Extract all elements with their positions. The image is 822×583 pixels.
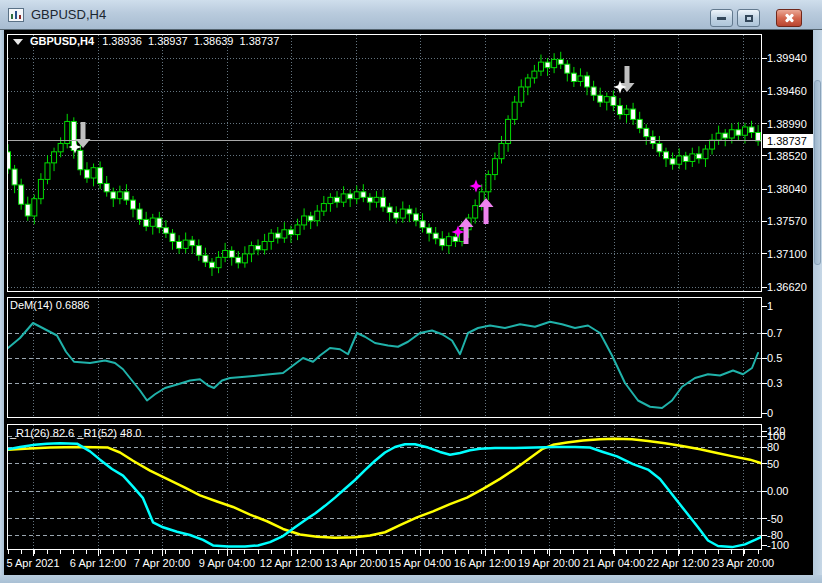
r1-axis-label: 80 (767, 441, 779, 453)
candle-body (729, 130, 734, 138)
candle-body (229, 250, 234, 257)
candle-body (117, 192, 122, 199)
candle-body (249, 246, 254, 254)
dem-line (8, 322, 758, 408)
time-axis-label: 22 Apr 12:00 (647, 557, 709, 569)
r1-axis-label: -50 (767, 513, 783, 525)
current-price-tag: 1.38737 (763, 134, 813, 148)
buy-star-signal[interactable] (470, 180, 483, 193)
candle-body (631, 109, 636, 119)
candle-body (742, 127, 747, 135)
candle-body (657, 144, 662, 152)
candle-body (58, 144, 63, 152)
candle-body (506, 119, 511, 143)
candle-body (677, 156, 682, 164)
candle-body (598, 95, 603, 102)
candle-body (664, 152, 669, 159)
candle-body (683, 156, 688, 162)
window-border-bottom (0, 575, 822, 583)
dem-axis-label: 1 (767, 300, 773, 312)
dem-axis-label: 0.7 (767, 327, 782, 339)
candle-body (209, 262, 214, 268)
candle-body (552, 59, 557, 67)
candle-body (282, 230, 287, 238)
dem-axis-label: 0 (767, 407, 773, 419)
price-axis-label: 1.38520 (767, 150, 807, 162)
candle-body (367, 197, 372, 202)
time-axis-label: 5 Apr 2021 (6, 557, 59, 569)
candle-body (420, 221, 425, 228)
candle-body (624, 109, 629, 115)
dem-axis-label: 0.5 (767, 352, 782, 364)
candle-body (440, 239, 445, 246)
candle-body (236, 257, 241, 263)
r1-axis-label: 50 (767, 458, 779, 470)
vertical-scrollbar-thumb[interactable] (814, 80, 821, 265)
candle-body (749, 127, 754, 133)
candle-body (177, 241, 182, 248)
candle-body (690, 154, 695, 162)
candle-body (6, 152, 11, 169)
ohlc-header: GBPUSD,H41.389361.389371.386391.38737 (13, 35, 285, 47)
sell-arrow-signal[interactable] (76, 122, 91, 148)
candle-body (565, 64, 570, 73)
candle-body (703, 149, 708, 159)
dem-axis-label: 0.3 (767, 377, 782, 389)
candle-body (354, 192, 359, 199)
candle-body (170, 233, 175, 241)
candle-body (52, 152, 57, 163)
candle-body (104, 184, 109, 192)
candle-body (400, 209, 405, 218)
candle-body (131, 200, 136, 209)
candle-body (288, 230, 293, 235)
candle-body (538, 62, 543, 71)
candle-body (341, 194, 346, 202)
candle-body (617, 106, 622, 115)
candle-body (223, 250, 228, 257)
candle-body (163, 228, 168, 234)
time-axis-label: 13 Apr 20:00 (325, 557, 387, 569)
candle-body (670, 159, 675, 165)
window-border-left (0, 30, 4, 575)
candle-body (275, 233, 280, 238)
symbol-dropdown-icon[interactable] (13, 39, 23, 45)
candle-body (65, 121, 70, 143)
candle-body (736, 130, 741, 136)
candle-body (308, 216, 313, 221)
chart-canvas[interactable]: 1.399401.394601.389901.385201.380401.375… (0, 0, 822, 583)
candle-body (585, 76, 590, 87)
candle-body (512, 102, 517, 119)
candle-body (473, 206, 478, 218)
r1-panel-frame (8, 425, 762, 550)
time-axis-label: 21 Apr 04:00 (583, 557, 645, 569)
candle-body (578, 76, 583, 82)
candle-body (387, 207, 392, 213)
candle-body (190, 240, 195, 246)
candle-body (446, 237, 451, 246)
candle-body (328, 197, 333, 203)
candle-body (499, 144, 504, 159)
candle-body (604, 97, 609, 103)
candle-body (262, 241, 267, 249)
candle-body (637, 119, 642, 128)
candle-body (335, 197, 340, 202)
candle-body (348, 194, 353, 199)
candle-body (111, 192, 116, 199)
candle-body (407, 209, 412, 214)
candle-body (374, 197, 379, 202)
candle-body (321, 204, 326, 212)
time-axis-label: 19 Apr 20:00 (518, 557, 580, 569)
candle-body (723, 133, 728, 138)
candle-body (427, 228, 432, 234)
candle-body (196, 246, 201, 256)
candle-body (486, 175, 491, 192)
candle-body (545, 62, 550, 68)
r1-axis-label: 0.00 (767, 485, 788, 497)
candle-body (91, 168, 96, 178)
candle-body (12, 169, 17, 185)
candle-body (203, 255, 208, 262)
candle-body (525, 78, 530, 87)
candle-body (150, 218, 155, 226)
candle-body (269, 233, 274, 241)
candle-body (183, 240, 188, 248)
